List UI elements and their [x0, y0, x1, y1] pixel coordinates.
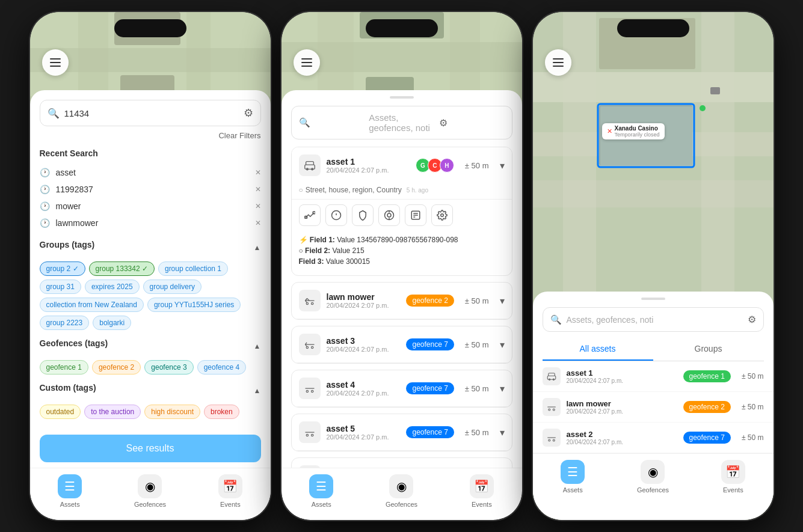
tag-group31[interactable]: group 31: [40, 280, 81, 294]
recent-item-mower[interactable]: 🕐 mower ✕: [40, 198, 261, 215]
tag-bolgarki[interactable]: bolgarki: [93, 316, 131, 330]
clock-icon-3: 🕐: [40, 201, 50, 211]
nav-item-events-1[interactable]: 📅 Events: [190, 474, 270, 508]
action-settings-btn[interactable]: [431, 204, 453, 226]
svg-rect-18: [313, 212, 315, 214]
tag-group133342[interactable]: group 133342 ✓: [89, 261, 155, 276]
hamburger-button-3[interactable]: [545, 49, 571, 76]
action-polyline-btn[interactable]: [299, 204, 321, 226]
hamburger-button-1[interactable]: [42, 49, 69, 76]
close-icon-2[interactable]: ✕: [255, 185, 261, 194]
expand-btn-4[interactable]: ▾: [500, 383, 505, 394]
phone-notch-1: [114, 19, 186, 37]
hamburger-button-2[interactable]: [294, 49, 320, 76]
tag-broken[interactable]: broken: [204, 405, 239, 419]
tag-group2[interactable]: group 2 ✓: [40, 261, 85, 276]
tag-outdated[interactable]: outdated: [40, 405, 81, 419]
phone-notch-2: [366, 19, 438, 37]
recent-item-11992837[interactable]: 🕐 11992837 ✕: [40, 181, 261, 198]
expand-btn-3[interactable]: ▾: [500, 339, 505, 350]
asset-card-5: asset 5 20/04/2024 2:07 p.m. geofence 7 …: [291, 414, 512, 451]
small-asset-name-2: asset 2: [567, 430, 677, 439]
tag-group-delivery[interactable]: group delivery: [143, 280, 202, 294]
expand-btn-1[interactable]: ▾: [500, 160, 505, 171]
nav-item-geofences-1[interactable]: ◉ Geofences: [110, 474, 190, 508]
tag-collection-nz[interactable]: collection from New Zealand: [40, 298, 144, 312]
recent-item-label-2: 11992837: [56, 185, 93, 194]
tab-groups[interactable]: Groups: [653, 338, 764, 361]
clock-icon-2: 🕐: [40, 185, 50, 194]
recent-item-label-3: mower: [56, 201, 81, 211]
asset-location-1: ○ Street, house, region, Country 5 h. ag…: [292, 183, 512, 199]
nav-item-geofences-3[interactable]: ◉ Geofences: [613, 460, 693, 494]
close-icon-1[interactable]: ✕: [255, 168, 261, 177]
tag-group2223[interactable]: group 2223: [40, 316, 90, 330]
small-asset-icon-2: [543, 429, 561, 447]
asset-card-lawnmower: lawn mower 20/04/2024 2:07 p.m. geofence…: [291, 282, 512, 320]
asset-info-4: asset 4 20/04/2024 2:07 p.m.: [327, 380, 401, 397]
nav-item-events-3[interactable]: 📅 Events: [693, 460, 773, 494]
tag-expires2025[interactable]: expires 2025: [85, 280, 140, 294]
recent-item-asset[interactable]: 🕐 asset ✕: [40, 164, 261, 181]
nav-item-assets-1[interactable]: ☰ Assets: [30, 474, 110, 508]
location-time-1: 5 h. ago: [407, 187, 428, 194]
groups-chevron[interactable]: ▲: [254, 243, 261, 252]
clear-filters-link[interactable]: Clear Filters: [40, 131, 261, 140]
tag-geofence3[interactable]: geofence 3: [144, 360, 193, 375]
search-bar-3[interactable]: 🔍 Assets, geofences, noti ⚙: [543, 307, 764, 332]
asset-card-3: asset 3 20/04/2024 2:07 p.m. geofence 7 …: [291, 326, 512, 364]
small-distance-1: ± 50 m: [742, 372, 764, 381]
svg-point-53: [700, 105, 706, 111]
tag-group-collection1[interactable]: group collection 1: [158, 261, 228, 276]
search-bar-1[interactable]: 🔍 11434 ⚙: [40, 100, 261, 126]
hamburger-icon-3: [553, 58, 564, 67]
filter-icon-3[interactable]: ⚙: [748, 314, 756, 325]
field-row-2: ○ Field 2: Value 215: [299, 246, 505, 255]
small-geofence-badge-1: geofence 1: [683, 370, 731, 382]
assets-nav-icon-1: ☰: [58, 474, 82, 498]
action-info-btn[interactable]: [325, 204, 347, 226]
tag-geofence2[interactable]: geofence 2: [92, 360, 141, 375]
drag-handle-3[interactable]: [641, 298, 665, 300]
close-icon-3[interactable]: ✕: [255, 202, 261, 210]
search-bar-2[interactable]: 🔍 Assets, geofences, noti ⚙: [291, 106, 512, 139]
filter-icon-2[interactable]: ⚙: [439, 117, 505, 129]
phone-2: 🔍 Assets, geofences, noti ⚙: [282, 12, 522, 520]
recent-item-lawnmower[interactable]: 🕐 lawnmower ✕: [40, 215, 261, 231]
nav-item-assets-3[interactable]: ☰ Assets: [533, 460, 613, 494]
small-asset-row-2[interactable]: asset 2 20/04/2024 2:07 p.m. geofence 7 …: [533, 423, 774, 453]
small-asset-row-lawnmower[interactable]: lawn mower 20/04/2024 2:07 p.m. geofence…: [533, 392, 774, 423]
tag-geofence4[interactable]: geofence 4: [197, 360, 246, 375]
action-shield-btn[interactable]: [352, 204, 374, 226]
geofences-chevron[interactable]: ▲: [254, 342, 261, 350]
tab-all-assets[interactable]: All assets: [543, 338, 653, 361]
small-asset-info-1: asset 1 20/04/2024 2:07 p.m.: [567, 368, 677, 384]
small-asset-row-1[interactable]: asset 1 20/04/2024 2:07 p.m. geofence 1 …: [533, 361, 774, 392]
tag-group-yytu[interactable]: group YYTu155HJ series: [147, 298, 241, 312]
drag-handle-2[interactable]: [390, 96, 414, 99]
tag-high-discount[interactable]: high discount: [144, 405, 200, 419]
nav-item-geofences-2[interactable]: ◉ Geofences: [362, 474, 441, 508]
filter-sliders-icon[interactable]: ⚙: [244, 106, 253, 120]
asset-time-3: 20/04/2024 2:07 p.m.: [327, 346, 401, 353]
clock-icon-4: 🕐: [40, 218, 50, 228]
expand-btn-5[interactable]: ▾: [500, 427, 505, 438]
tag-geofence1[interactable]: geofence 1: [40, 360, 88, 375]
close-icon-4[interactable]: ✕: [255, 219, 261, 227]
geofences-nav-label-3: Geofences: [637, 486, 669, 494]
svg-point-59: [553, 409, 555, 411]
tag-to-auction[interactable]: to the auction: [84, 405, 141, 419]
action-list-btn[interactable]: [405, 204, 426, 226]
nav-item-assets-2[interactable]: ☰ Assets: [282, 474, 362, 508]
svg-point-33: [306, 346, 308, 348]
asset-distance-4: ± 50 m: [465, 384, 489, 393]
see-results-button[interactable]: See results: [40, 435, 261, 462]
small-geofence-badge-2: geofence 7: [683, 432, 731, 444]
small-asset-info-2: asset 2 20/04/2024 2:07 p.m.: [567, 430, 677, 445]
nav-item-events-2[interactable]: 📅 Events: [441, 474, 521, 508]
expand-btn-lawnmower[interactable]: ▾: [500, 295, 505, 307]
search-input-1[interactable]: 11434: [64, 108, 239, 118]
custom-chevron[interactable]: ▲: [254, 387, 261, 395]
action-target-btn[interactable]: [378, 204, 400, 226]
small-asset-time-2: 20/04/2024 2:07 p.m.: [567, 439, 677, 445]
